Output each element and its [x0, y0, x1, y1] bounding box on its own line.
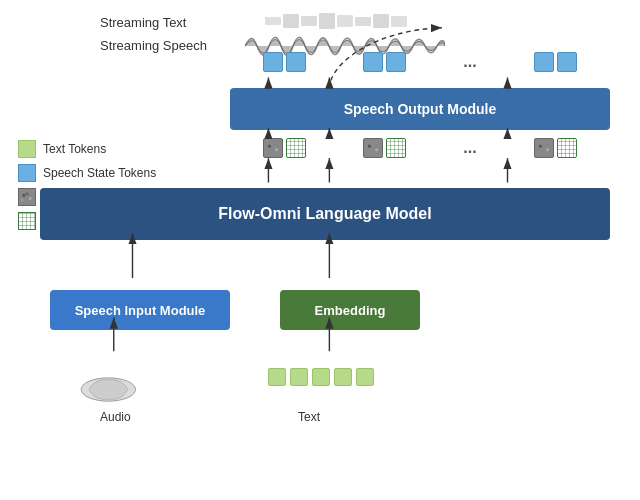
wave-block	[319, 13, 335, 29]
mel-spec-token	[286, 138, 306, 158]
token-group-1	[263, 52, 306, 72]
mel-token-group-3	[534, 138, 577, 158]
gaussian-token	[534, 138, 554, 158]
gaussian-token	[363, 138, 383, 158]
speech-input-label: Speech Input Module	[75, 303, 206, 318]
gaussian-token	[263, 138, 283, 158]
streaming-speech-label: Streaming Speech	[100, 38, 207, 53]
text-token-bottom	[334, 368, 352, 386]
wave-block	[283, 14, 299, 28]
speech-state-token	[263, 52, 283, 72]
mel-token-group-1	[263, 138, 306, 158]
text-token-bottom	[290, 368, 308, 386]
wave-block	[391, 16, 407, 27]
flow-omni-label: Flow-Omni Language Model	[218, 205, 431, 223]
ellipsis: ...	[463, 53, 476, 71]
speech-output-module: Speech Output Module	[230, 88, 610, 130]
speech-output-label: Speech Output Module	[344, 101, 496, 117]
mel-spec-token	[386, 138, 406, 158]
speech-state-token	[286, 52, 306, 72]
embedding-label: Embedding	[315, 303, 386, 318]
speech-state-token	[557, 52, 577, 72]
mel-spec-token-row: ...	[235, 138, 605, 158]
speech-state-token	[534, 52, 554, 72]
diagram-container: Text Tokens Speech State Tokens Gaussian…	[0, 0, 640, 500]
text-token-bottom	[312, 368, 330, 386]
audio-label: Audio	[100, 410, 131, 424]
embedding-module: Embedding	[280, 290, 420, 330]
wave-block	[301, 16, 317, 26]
text-token-bottom	[268, 368, 286, 386]
bottom-text-tokens	[268, 368, 374, 386]
wave-block	[373, 14, 389, 28]
speech-input-module: Speech Input Module	[50, 290, 230, 330]
main-diagram-area: Streaming Text Streaming Speech	[20, 10, 620, 490]
wave-block	[355, 17, 371, 26]
token-group-2	[363, 52, 406, 72]
text-token-bottom	[356, 368, 374, 386]
mel-token-group-2	[363, 138, 406, 158]
wave-block	[265, 17, 281, 25]
text-waveform	[265, 13, 407, 29]
speech-state-token	[386, 52, 406, 72]
audio-icon	[80, 372, 160, 407]
text-input-label: Text	[298, 410, 320, 424]
ellipsis-2: ...	[463, 139, 476, 157]
streaming-text-label: Streaming Text	[100, 15, 186, 30]
flow-omni-module: Flow-Omni Language Model	[40, 188, 610, 240]
speech-state-token	[363, 52, 383, 72]
token-group-3	[534, 52, 577, 72]
wave-block	[337, 15, 353, 27]
mel-spec-token	[557, 138, 577, 158]
speech-state-token-row: ...	[235, 52, 605, 72]
